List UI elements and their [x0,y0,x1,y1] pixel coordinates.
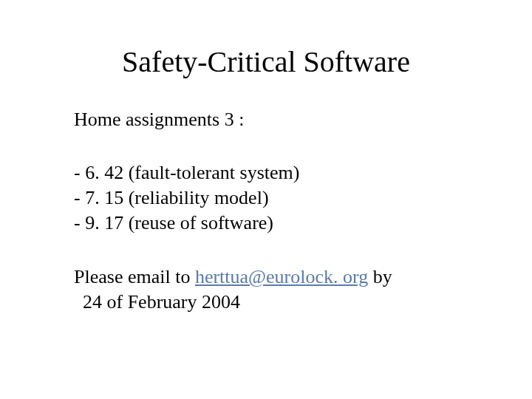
email-link[interactable]: herttua@eurolock. org [195,266,368,287]
list-item: - 6. 42 (fault-tolerant system) [74,160,458,185]
list-item: - 7. 15 (reliability model) [74,185,458,211]
footer-prefix: Please email to [74,266,195,287]
slide-subtitle: Home assignments 3 : [74,109,458,131]
footer-suffix: by [368,266,392,287]
footer-line-2: 24 of February 2004 [74,290,458,315]
slide-title: Safety-Critical Software [74,44,458,79]
assignment-list: - 6. 42 (fault-tolerant system) - 7. 15 … [74,160,458,235]
list-item: - 9. 17 (reuse of software) [74,211,458,236]
footer-line-1: Please email to herttua@eurolock. org by [74,265,458,290]
footer-text: Please email to herttua@eurolock. org by… [74,265,458,315]
